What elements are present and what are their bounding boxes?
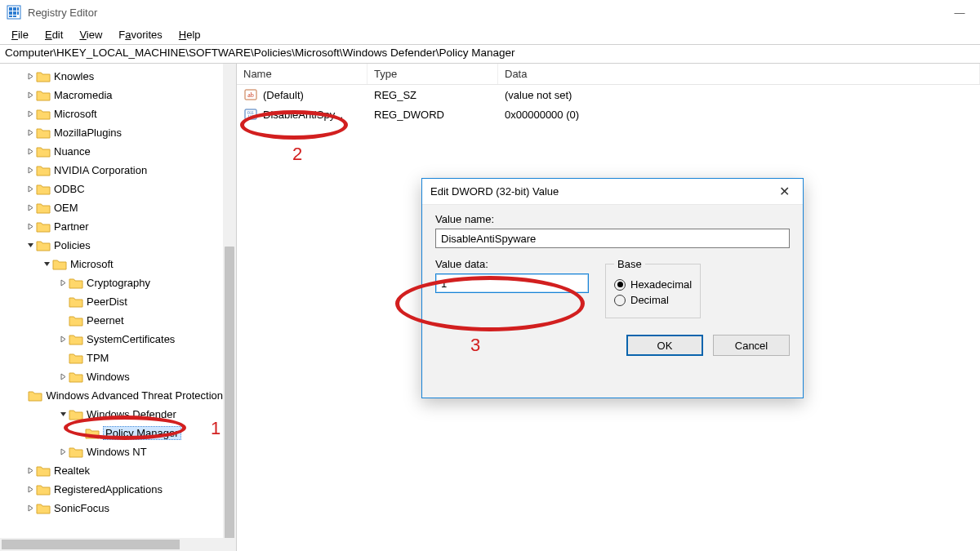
value-type: REG_DWORD [368,109,498,121]
tree-item-label: OEM [54,202,78,214]
column-data[interactable]: Data [498,64,980,84]
folder-icon [69,446,83,459]
list-header[interactable]: Name Type Data [237,64,980,85]
minimize-button[interactable]: — [946,7,973,19]
column-type[interactable]: Type [368,64,498,84]
tree-expander-icon[interactable] [24,148,36,155]
tree-item-label: Microsoft [70,258,114,270]
tree-item[interactable]: Microsoft [0,255,223,273]
menu-favorites[interactable]: Favorites [112,27,168,42]
scrollbar-thumb[interactable] [225,247,234,540]
svg-rect-7 [9,16,12,17]
radio-dec-label: Decimal [630,294,669,306]
tree-expander-icon[interactable] [24,204,36,211]
value-data-label: Value data: [435,258,589,270]
menu-edit[interactable]: Edit [38,27,69,42]
value-name: DisableAntiSpy... [263,109,343,121]
svg-rect-5 [13,11,16,15]
tree-expander-icon[interactable] [24,223,36,230]
tree-expander-icon[interactable] [57,373,69,380]
tree-item-label: SystemCertificates [87,333,175,345]
tree-expander-icon[interactable] [24,467,36,474]
tree-item[interactable]: Policy Manager [0,424,223,442]
ok-button[interactable]: OK [626,335,703,356]
tree-expander-icon[interactable] [24,504,36,512]
tree-item-label: Macromedia [54,89,113,101]
tree-expander-icon[interactable] [24,242,36,249]
tree-item[interactable]: Cryptography [0,273,223,292]
tree-item-label: NVIDIA Corporation [54,164,147,176]
menu-view[interactable]: View [73,27,109,42]
tree-item[interactable]: Knowles [0,67,223,86]
tree-item[interactable]: Windows [0,367,223,386]
tree-item[interactable]: NVIDIA Corporation [0,161,223,180]
column-name[interactable]: Name [237,64,368,84]
tree-expander-icon[interactable] [24,73,36,80]
svg-text:110: 110 [247,114,254,119]
tree-expander-icon[interactable] [24,91,36,99]
menu-file[interactable]: File [5,27,35,42]
folder-icon [36,183,51,196]
folder-icon [36,239,51,252]
tree-horizontal-scrollbar[interactable] [0,538,223,551]
tree-item-label: Policies [54,239,91,251]
tree-item[interactable]: Partner [0,217,223,236]
regedit-icon [7,5,21,20]
tree-item[interactable]: Peernet [0,311,223,330]
value-data: (value not set) [498,89,980,101]
tree-vertical-scrollbar[interactable] [223,64,236,538]
tree-item[interactable]: PeerDist [0,292,223,311]
tree-item-label: Windows Defender [87,408,176,420]
svg-rect-3 [17,7,19,11]
string-value-icon: ab [243,87,258,102]
folder-icon [69,408,83,421]
tree-item[interactable]: Windows Advanced Threat Protection [0,386,223,405]
tree-expander-icon[interactable] [24,110,36,118]
tree-item[interactable]: SystemCertificates [0,330,223,349]
tree-item-label: SonicFocus [54,502,109,514]
dialog-titlebar[interactable]: Edit DWORD (32-bit) Value ✕ [422,179,803,205]
tree-item[interactable]: Nuance [0,142,223,161]
tree-item[interactable]: RegisteredApplications [0,480,223,499]
tree-expander-icon[interactable] [24,129,36,136]
folder-icon [69,371,83,384]
tree-item[interactable]: TPM [0,349,223,367]
menu-help[interactable]: Help [172,27,207,42]
tree-item[interactable]: ODBC [0,180,223,198]
folder-icon [36,127,51,140]
tree-item[interactable]: Windows NT [0,442,223,461]
dword-value-icon: 011110 [243,107,258,122]
tree-item[interactable]: Realtek [0,461,223,480]
tree-expander-icon[interactable] [24,486,36,493]
folder-icon [69,277,83,290]
dialog-close-button[interactable]: ✕ [773,184,795,199]
tree-expander-icon[interactable] [57,279,69,287]
tree-item[interactable]: Microsoft [0,104,223,123]
tree-item[interactable]: OEM [0,198,223,217]
tree-expander-icon[interactable] [57,335,69,343]
tree-expander-icon[interactable] [24,167,36,174]
address-bar[interactable]: Computer\HKEY_LOCAL_MACHINE\SOFTWARE\Pol… [0,44,980,64]
tree-item[interactable]: Policies [0,236,223,255]
folder-icon [36,502,51,515]
folder-icon [36,70,51,83]
tree-expander-icon[interactable] [24,185,36,193]
scrollbar-thumb[interactable] [2,540,180,549]
radio-hexadecimal[interactable]: Hexadecimal [614,278,692,291]
cancel-button[interactable]: Cancel [713,335,790,356]
tree-item[interactable]: Macromedia [0,86,223,104]
tree-item[interactable]: SonicFocus [0,499,223,518]
tree-expander-icon[interactable] [41,260,52,268]
value-name-field[interactable] [435,229,790,248]
tree-expander-icon[interactable] [57,448,69,455]
tree-item[interactable]: MozillaPlugins [0,123,223,142]
value-row[interactable]: ab(Default)REG_SZ(value not set) [237,85,980,104]
registry-tree[interactable]: KnowlesMacromediaMicrosoftMozillaPlugins… [0,64,223,538]
value-data-field[interactable] [435,273,589,293]
tree-item-label: Windows Advanced Threat Protection [46,389,223,402]
tree-expander-icon[interactable] [57,411,69,418]
tree-item[interactable]: Windows Defender [0,405,223,424]
value-row[interactable]: 011110DisableAntiSpy...REG_DWORD0x000000… [237,104,980,124]
radio-decimal[interactable]: Decimal [614,294,692,306]
tree-item-label: RegisteredApplications [54,483,163,495]
